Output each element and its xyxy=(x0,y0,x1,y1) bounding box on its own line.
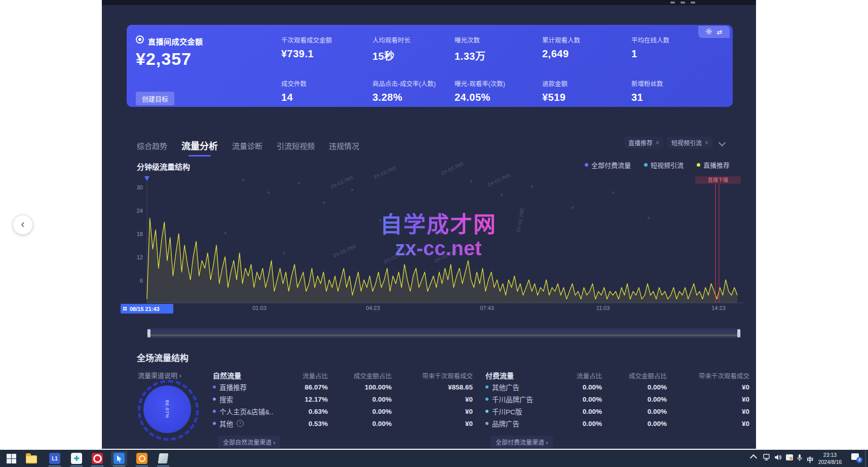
per-1k-views-gmv: ¥0 xyxy=(667,420,749,427)
flow-share: 0.00% xyxy=(567,383,602,391)
window-controls-icon[interactable] xyxy=(670,2,675,4)
taskbar-app-notes[interactable] xyxy=(156,451,170,465)
kpi-metric-label: 商品点击-成交率(人数) xyxy=(372,79,459,88)
channel-bullet xyxy=(213,398,216,401)
legend-label: 全部付费流量 xyxy=(591,160,631,170)
screen: ‹ 直播间成交金额 ¥2,357 创建目标 ⇄ 千次观看成交金额¥739.1人均… xyxy=(0,0,868,467)
taskbar-app-cursor-active[interactable] xyxy=(111,451,127,465)
clock[interactable]: 23:13 2024/8/16 xyxy=(815,452,845,465)
info-icon[interactable]: ? xyxy=(237,420,244,427)
section-title: 全场流量结构 xyxy=(137,351,188,364)
window-controls-icon[interactable] xyxy=(681,2,685,4)
tab-综合趋势[interactable]: 综合趋势 xyxy=(137,140,167,151)
gear-icon[interactable] xyxy=(706,28,712,35)
tab-流量诊断[interactable]: 流量诊断 xyxy=(232,140,262,151)
window-controls-icon[interactable] xyxy=(691,2,695,4)
file-explorer-button[interactable] xyxy=(24,451,39,465)
paid-traffic-table: 付费流量流量占比成交金额占比带来千次观看成交其他广告0.00%0.00%¥0千川… xyxy=(485,370,749,430)
channel-bullet xyxy=(213,410,216,413)
running-app-indicator xyxy=(49,465,61,466)
minute-traffic-chart: 302418126 08/15 21:43 01:0304:2307:4311:… xyxy=(117,172,747,342)
microphone-icon[interactable] xyxy=(797,454,803,463)
traffic-donut-chart: 86.07% xyxy=(137,379,200,442)
channel-name: 搜索 xyxy=(219,394,233,404)
filter-chip-label: 短视频引流 xyxy=(671,138,702,147)
column-header: 付费流量 xyxy=(485,370,567,380)
brush-selected-range[interactable] xyxy=(150,330,737,337)
flow-share: 12.17% xyxy=(300,396,328,403)
x-axis-tick-label: 14:23 xyxy=(701,305,736,311)
legend-label: 直播推荐 xyxy=(703,160,730,170)
kpi-metric-label: 人均观看时长 xyxy=(372,35,459,45)
table-header-row: 付费流量流量占比成交金额占比带来千次观看成交 xyxy=(485,370,749,381)
kpi-metric-value: 31 xyxy=(631,92,718,103)
y-axis-tick-label: 18 xyxy=(123,231,143,237)
tab-违规情况[interactable]: 违规情况 xyxy=(329,140,359,151)
filter-chip[interactable]: 直播推荐× xyxy=(624,137,663,148)
all-paid-channels-link[interactable]: 全部付费流量渠道 › xyxy=(490,436,553,448)
prev-button[interactable]: ‹ xyxy=(13,215,32,235)
x-axis-tick-label: 04:23 xyxy=(355,305,391,311)
kpi-metric: 平均在线人数1 xyxy=(631,35,718,60)
screenshot-tool-icon[interactable] xyxy=(785,454,794,462)
clock-date: 2024/8/16 xyxy=(815,459,845,466)
show-desktop-button[interactable] xyxy=(865,450,866,467)
kpi-card: 直播间成交金额 ¥2,357 创建目标 ⇄ 千次观看成交金额¥739.1人均观看… xyxy=(127,25,733,107)
gmv-share: 100.00% xyxy=(328,383,392,391)
teal-app-icon: ✚ xyxy=(71,453,82,464)
kpi-metric-value: 15秒 xyxy=(372,48,459,63)
table-row: 千川品牌广告0.00%0.00%¥0 xyxy=(485,393,749,405)
column-header: 流量占比 xyxy=(300,371,328,380)
gmv-share: 0.00% xyxy=(328,420,392,427)
x-axis-tick-label: 01:03 xyxy=(242,305,277,311)
swap-icon[interactable]: ⇄ xyxy=(717,29,723,35)
speaker-icon[interactable] xyxy=(774,454,782,462)
legend-label: 短视频引流 xyxy=(651,160,684,170)
l1-app-icon: L1 xyxy=(49,453,60,464)
network-icon[interactable] xyxy=(763,454,771,462)
per-1k-views-gmv: ¥0 xyxy=(392,408,473,415)
brush-handle-right[interactable] xyxy=(737,329,740,337)
chevron-down-icon[interactable] xyxy=(719,139,726,146)
taskbar-app-l1[interactable]: L1 xyxy=(48,451,62,465)
kpi-metric-label: 成交件数 xyxy=(281,79,367,88)
kpi-metric: 人均观看时长15秒 xyxy=(372,35,459,63)
tab-流量分析[interactable]: 流量分析 xyxy=(181,139,218,152)
legend-item[interactable]: 全部付费流量 xyxy=(585,160,631,170)
start-button[interactable] xyxy=(4,451,18,465)
tab-引流短视频[interactable]: 引流短视频 xyxy=(277,140,315,151)
running-app-indicator xyxy=(136,465,148,466)
channel-bullet xyxy=(485,385,488,388)
taskbar-app-orange[interactable] xyxy=(135,451,149,465)
filter-chip[interactable]: 短视频引流× xyxy=(667,137,712,148)
chip-close-icon[interactable]: × xyxy=(656,139,659,146)
taskbar-app-red[interactable] xyxy=(90,451,104,465)
flow-share: 0.63% xyxy=(300,408,328,415)
legend-item[interactable]: 短视频引流 xyxy=(644,160,684,170)
timeline-brush[interactable] xyxy=(147,329,741,338)
channel-name: 其他 xyxy=(219,418,233,429)
channel-filter-select[interactable]: 直播推荐×短视频引流× xyxy=(624,137,725,148)
kpi-metric: 累计观看人数2,649 xyxy=(542,35,628,60)
tray-chevron-up-icon[interactable] xyxy=(751,455,756,460)
legend-item[interactable]: 直播推荐 xyxy=(697,160,730,170)
brush-handle-left[interactable] xyxy=(147,329,150,337)
kpi-metric-label: 退款金额 xyxy=(542,79,628,88)
ime-indicator[interactable]: 中 xyxy=(807,454,813,464)
per-1k-views-gmv: ¥0 xyxy=(667,408,749,415)
create-goal-button[interactable]: 创建目标 xyxy=(136,92,174,105)
folder-icon xyxy=(26,455,37,463)
notes-app-icon xyxy=(158,453,169,463)
flow-share: 0.00% xyxy=(567,420,602,427)
notification-center-icon[interactable]: 3 xyxy=(851,453,860,461)
kpi-metric-value: 1 xyxy=(631,48,718,60)
column-header: 自然流量 xyxy=(213,370,300,380)
chip-close-icon[interactable]: × xyxy=(705,139,708,146)
channel-name: 直播推荐 xyxy=(219,382,247,392)
kpi-metric-value: 3.28% xyxy=(372,92,459,103)
kpi-metric: 千次观看成交金额¥739.1 xyxy=(281,35,367,60)
all-natural-channels-link[interactable]: 全部自然流量渠道 › xyxy=(218,436,280,448)
chart-canvas xyxy=(117,172,747,324)
taskbar-app-teal[interactable]: ✚ xyxy=(69,451,84,465)
table-header-row: 自然流量流量占比成交金额占比带来千次观看成交 xyxy=(213,370,473,381)
